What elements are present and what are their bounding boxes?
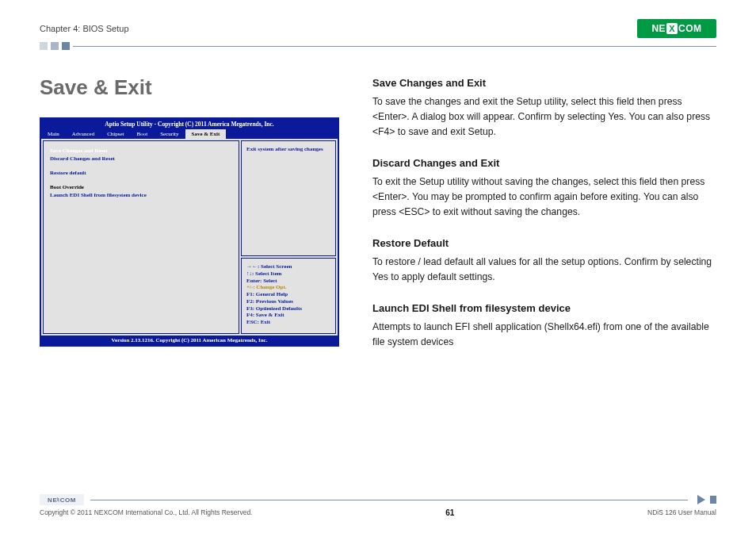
bios-version-footer: Version 2.13.1216. Copyright (C) 2011 Am… [41, 336, 338, 345]
text-discard-exit: To exit the Setup utility without saving… [372, 174, 716, 220]
header-rule [40, 42, 716, 50]
footer-copyright: Copyright © 2011 NEXCOM International Co… [40, 508, 252, 517]
bios-help-pane: Exit system after saving changes [241, 140, 336, 256]
nexcom-logo: NE X COM [637, 19, 716, 38]
footer-endcap-icon [710, 496, 716, 504]
bios-key-select-screen: →←: Select Screen [246, 263, 330, 270]
bios-key-select-item: ↑↓: Select Item [246, 270, 330, 278]
bios-key-f1: F1: General Help [246, 291, 330, 298]
bios-tab-boot[interactable]: Boot [131, 129, 155, 139]
bios-tab-chipset[interactable]: Chipset [101, 129, 130, 139]
logo-part-a: NE [651, 23, 666, 34]
bios-tab-save-exit[interactable]: Save & Exit [185, 129, 227, 139]
logo-part-b: COM [678, 23, 702, 34]
bios-tab-bar: Main Advanced Chipset Boot Security Save… [41, 129, 338, 139]
text-save-exit: To save the changes and exit the Setup u… [372, 94, 716, 140]
heading-discard-exit: Discard Changes and Exit [372, 155, 716, 171]
bios-item-restore[interactable]: Restore default [50, 170, 232, 176]
bios-screenshot: Aptio Setup Utility - Copyright (C) 2011… [40, 117, 339, 347]
bios-key-enter: Enter: Select [246, 278, 330, 285]
bios-key-change-opt: +/-: Change Opt. [246, 284, 330, 291]
bios-item-boot-override: Boot Override [50, 184, 232, 190]
bios-tab-security[interactable]: Security [154, 129, 185, 139]
footer-rule: NE♮COM [40, 494, 716, 505]
page-number: 61 [445, 508, 454, 517]
bios-tab-advanced[interactable]: Advanced [66, 129, 101, 139]
section-launch-shell: Launch EDI Shell from filesystem device … [372, 301, 716, 350]
footer-mini-logo: NE♮COM [40, 494, 84, 505]
section-restore-default: Restore Default To restore / lead defaul… [372, 236, 716, 285]
logo-x-icon: X [666, 23, 678, 34]
heading-launch-shell: Launch EDI Shell from filesystem device [372, 301, 716, 316]
heading-save-exit: Save Changes and Exit [372, 75, 716, 91]
chapter-label: Chapter 4: BIOS Setup [40, 24, 129, 33]
bios-item-launch-shell[interactable]: Launch EDI Shell from filesystem device [50, 192, 232, 198]
section-save-exit: Save Changes and Exit To save the change… [372, 75, 716, 140]
footer-manual-name: NDiS 126 User Manual [647, 508, 716, 517]
heading-restore-default: Restore Default [372, 236, 716, 251]
footer-arrow-icon [697, 495, 705, 504]
bios-key-esc: ESC: Exit [246, 319, 330, 326]
bios-tab-main[interactable]: Main [41, 129, 66, 139]
bios-key-f3: F3: Optimized Defaults [246, 305, 330, 313]
bios-keys-pane: →←: Select Screen ↑↓: Select Item Enter:… [241, 258, 336, 334]
text-restore-default: To restore / lead default all values for… [372, 255, 716, 285]
bios-item-save-reset[interactable]: Save Changes and Reset [50, 148, 232, 154]
section-discard-exit: Discard Changes and Exit To exit the Set… [372, 155, 716, 220]
bios-key-f2: F2: Previous Values [246, 298, 330, 305]
page-title: Save & Exit [40, 75, 341, 100]
bios-item-discard-reset[interactable]: Discard Changes and Reset [50, 155, 232, 162]
text-launch-shell: Attempts to launch EFI shell application… [372, 320, 716, 350]
bios-options-pane: Save Changes and Reset Discard Changes a… [43, 140, 239, 334]
bios-utility-title: Aptio Setup Utility - Copyright (C) 2011… [41, 119, 338, 129]
bios-key-f4: F4: Save & Exit [246, 312, 330, 319]
